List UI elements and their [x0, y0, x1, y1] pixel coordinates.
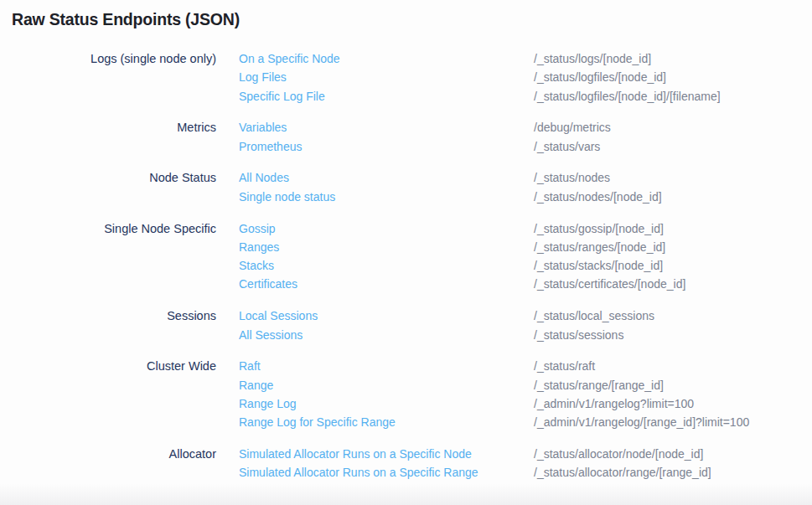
category-label: Logs (single node only) [0, 49, 216, 68]
section-rows: Simulated Allocator Runs on a Specific N… [239, 445, 812, 482]
endpoint-link[interactable]: Ranges [239, 238, 534, 256]
endpoint-section: Node Status All Nodes /_status/nodes Sin… [0, 168, 812, 206]
endpoint-row: Local Sessions /_status/local_sessions [239, 307, 812, 325]
endpoint-row: Variables /debug/metrics [239, 118, 812, 137]
endpoint-link[interactable]: All Sessions [239, 326, 534, 344]
endpoint-path: /_status/nodes [534, 168, 610, 187]
endpoint-row: Log Files /_status/logfiles/[node_id] [239, 68, 812, 86]
endpoint-path: /debug/metrics [534, 118, 611, 137]
endpoint-row: All Nodes /_status/nodes [239, 168, 812, 187]
endpoint-section: Sessions Local Sessions /_status/local_s… [0, 307, 812, 344]
endpoint-path: /_status/certificates/[node_id] [534, 275, 685, 293]
endpoint-path: /_status/logfiles/[node_id] [534, 68, 666, 86]
endpoint-link[interactable]: Gossip [239, 219, 534, 238]
endpoint-row: Prometheus /_status/vars [239, 137, 812, 156]
endpoint-path: /_status/nodes/[node_id] [534, 188, 662, 206]
endpoint-row: Range Log /_admin/v1/rangelog?limit=100 [239, 394, 812, 413]
endpoint-link[interactable]: Range [239, 376, 534, 394]
endpoint-path: /_status/ranges/[node_id] [534, 238, 665, 256]
endpoint-path: /_status/logs/[node_id] [534, 49, 651, 68]
category-label: Cluster Wide [0, 357, 216, 375]
section-rows: Raft /_status/raft Range /_status/range/… [239, 357, 812, 431]
category-label: Sessions [0, 307, 216, 325]
endpoint-path: /_admin/v1/rangelog/[range_id]?limit=100 [534, 413, 749, 431]
section-rows: Local Sessions /_status/local_sessions A… [239, 307, 812, 344]
endpoint-section: Logs (single node only) On a Specific No… [0, 49, 812, 106]
category-label: Node Status [0, 168, 216, 187]
endpoint-link[interactable]: Prometheus [239, 137, 534, 156]
endpoint-link[interactable]: Specific Log File [239, 87, 534, 106]
endpoint-row: Certificates /_status/certificates/[node… [239, 275, 812, 293]
endpoint-link[interactable]: Log Files [239, 68, 534, 86]
endpoint-row: Specific Log File /_status/logfiles/[nod… [239, 87, 812, 106]
endpoint-section: Metrics Variables /debug/metrics Prometh… [0, 118, 812, 156]
endpoint-link[interactable]: Range Log [239, 394, 534, 413]
section-rows: Gossip /_status/gossip/[node_id] Ranges … [239, 219, 812, 294]
endpoint-row: All Sessions /_status/sessions [239, 326, 812, 344]
endpoint-row: Simulated Allocator Runs on a Specific N… [239, 445, 812, 463]
endpoint-link[interactable]: Range Log for Specific Range [239, 413, 534, 431]
endpoint-row: Raft /_status/raft [239, 357, 812, 375]
endpoint-path: /_status/gossip/[node_id] [534, 219, 664, 238]
category-label: Single Node Specific [0, 219, 216, 238]
category-label: Metrics [0, 118, 216, 137]
endpoints-table: Logs (single node only) On a Specific No… [0, 49, 812, 482]
section-rows: All Nodes /_status/nodes Single node sta… [239, 168, 812, 206]
endpoint-link[interactable]: Simulated Allocator Runs on a Specific R… [239, 463, 534, 482]
endpoint-row: On a Specific Node /_status/logs/[node_i… [239, 49, 812, 68]
endpoint-path: /_status/stacks/[node_id] [534, 256, 663, 275]
endpoint-path: /_status/range/[range_id] [534, 376, 664, 394]
endpoint-path: /_status/allocator/range/[range_id] [534, 463, 711, 482]
section-rows: On a Specific Node /_status/logs/[node_i… [239, 49, 812, 106]
endpoint-link[interactable]: Single node status [239, 188, 534, 206]
page-title: Raw Status Endpoints (JSON) [12, 10, 812, 29]
endpoint-path: /_status/allocator/node/[node_id] [534, 445, 703, 463]
endpoint-row: Single node status /_status/nodes/[node_… [239, 188, 812, 206]
endpoint-row: Range Log for Specific Range /_admin/v1/… [239, 413, 812, 431]
endpoint-path: /_admin/v1/rangelog?limit=100 [534, 394, 694, 413]
endpoint-section: Single Node Specific Gossip /_status/gos… [0, 219, 812, 294]
endpoint-section: Allocator Simulated Allocator Runs on a … [0, 445, 812, 482]
endpoint-link[interactable]: Variables [239, 118, 534, 137]
endpoint-row: Ranges /_status/ranges/[node_id] [239, 238, 812, 256]
endpoint-row: Gossip /_status/gossip/[node_id] [239, 219, 812, 238]
endpoint-path: /_status/local_sessions [534, 307, 654, 325]
endpoint-section: Cluster Wide Raft /_status/raft Range /_… [0, 357, 812, 431]
endpoint-row: Range /_status/range/[range_id] [239, 376, 812, 394]
endpoint-link[interactable]: Stacks [239, 256, 534, 275]
endpoint-link[interactable]: Local Sessions [239, 307, 534, 325]
endpoint-path: /_status/raft [534, 357, 595, 375]
endpoint-link[interactable]: Certificates [239, 275, 534, 293]
footer-fade [0, 483, 812, 505]
category-label: Allocator [0, 445, 216, 463]
endpoint-row: Simulated Allocator Runs on a Specific R… [239, 463, 812, 482]
endpoint-path: /_status/vars [534, 137, 600, 156]
endpoint-link[interactable]: On a Specific Node [239, 49, 534, 68]
endpoint-path: /_status/sessions [534, 326, 623, 344]
endpoint-link[interactable]: Simulated Allocator Runs on a Specific N… [239, 445, 534, 463]
endpoint-link[interactable]: Raft [239, 357, 534, 375]
endpoint-link[interactable]: All Nodes [239, 168, 534, 187]
section-rows: Variables /debug/metrics Prometheus /_st… [239, 118, 812, 156]
endpoint-row: Stacks /_status/stacks/[node_id] [239, 256, 812, 275]
endpoint-path: /_status/logfiles/[node_id]/[filename] [534, 87, 721, 106]
